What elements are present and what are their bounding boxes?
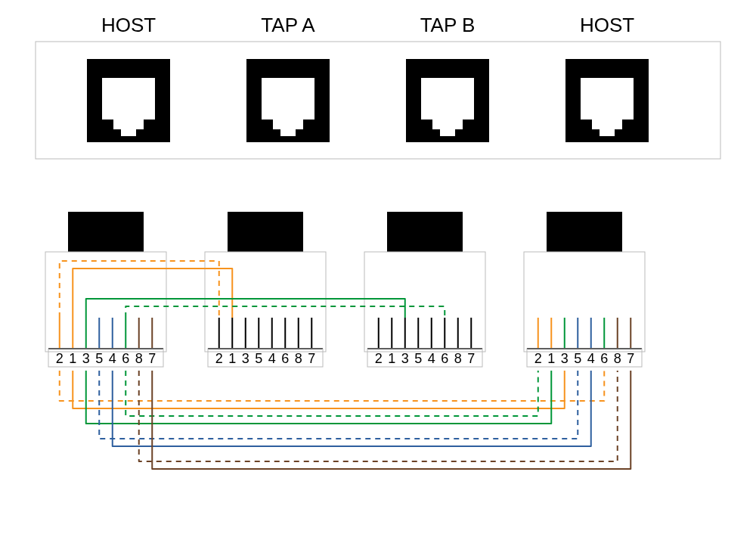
svg-rect-16 bbox=[68, 212, 144, 253]
svg-rect-20 bbox=[228, 212, 303, 253]
pin-label: 2 bbox=[375, 351, 383, 366]
keystone-P1: 21354687 bbox=[45, 212, 166, 367]
pin-label: 4 bbox=[428, 351, 435, 366]
pin-label: 2 bbox=[215, 351, 223, 366]
pin-label: 5 bbox=[95, 351, 103, 366]
wiring-diagram: HOSTTAP ATAP BHOST2135468721354687213546… bbox=[0, 0, 756, 534]
svg-rect-29 bbox=[524, 252, 645, 352]
svg-rect-3 bbox=[121, 127, 136, 136]
pin-label: 8 bbox=[295, 351, 302, 366]
pin-label: 1 bbox=[69, 351, 76, 366]
port-label-P1: HOST bbox=[101, 14, 156, 36]
pin-label: 5 bbox=[414, 351, 422, 366]
svg-rect-13 bbox=[581, 78, 634, 120]
keystone-P3: 21354687 bbox=[364, 212, 485, 367]
keystone-P2: 21354687 bbox=[205, 212, 326, 367]
pin-label: 1 bbox=[388, 351, 395, 366]
wire-P11-P43 bbox=[73, 371, 565, 408]
wire-P17-P47 bbox=[152, 371, 631, 469]
pin-label: 8 bbox=[135, 351, 143, 366]
pin-label: 6 bbox=[122, 351, 129, 366]
svg-rect-11 bbox=[440, 127, 455, 136]
rj45-face-P2 bbox=[246, 59, 330, 142]
pin-label: 7 bbox=[148, 351, 156, 366]
pin-label: 4 bbox=[587, 351, 595, 366]
pin-label: 4 bbox=[268, 351, 276, 366]
pin-label: 5 bbox=[574, 351, 581, 366]
pin-label: 5 bbox=[255, 351, 262, 366]
pin-label: 6 bbox=[441, 351, 448, 366]
port-label-P2: TAP A bbox=[261, 14, 315, 36]
pin-label: 7 bbox=[627, 351, 634, 366]
rj45-face-P4 bbox=[565, 59, 649, 142]
pin-label: 6 bbox=[281, 351, 289, 366]
rj45-face-P1 bbox=[87, 59, 170, 142]
svg-rect-28 bbox=[547, 212, 622, 253]
svg-rect-1 bbox=[102, 78, 155, 120]
svg-rect-21 bbox=[205, 252, 326, 352]
pin-label: 8 bbox=[614, 351, 621, 366]
rj45-face-P3 bbox=[406, 59, 489, 142]
svg-rect-25 bbox=[364, 252, 485, 352]
pin-label: 7 bbox=[308, 351, 315, 366]
pin-label: 2 bbox=[56, 351, 64, 366]
keystone-P4: 21354687 bbox=[524, 212, 645, 367]
svg-rect-9 bbox=[421, 78, 474, 120]
pin-label: 4 bbox=[109, 351, 116, 366]
svg-rect-17 bbox=[45, 252, 166, 352]
pin-label: 2 bbox=[534, 351, 542, 366]
port-label-P3: TAP B bbox=[420, 14, 476, 36]
pin-label: 3 bbox=[82, 351, 90, 366]
pin-label: 3 bbox=[401, 351, 409, 366]
svg-rect-5 bbox=[262, 78, 314, 120]
pin-label: 7 bbox=[467, 351, 475, 366]
wire-P12-P46 bbox=[60, 371, 605, 401]
pin-label: 8 bbox=[454, 351, 462, 366]
svg-rect-24 bbox=[387, 212, 463, 253]
wire-P15-P45 bbox=[99, 371, 578, 439]
svg-rect-7 bbox=[280, 127, 296, 136]
pin-label: 1 bbox=[547, 351, 555, 366]
pin-label: 6 bbox=[600, 351, 608, 366]
port-label-P4: HOST bbox=[580, 14, 634, 36]
svg-rect-15 bbox=[600, 127, 615, 136]
pin-label: 3 bbox=[561, 351, 569, 366]
pin-label: 3 bbox=[242, 351, 249, 366]
pin-label: 1 bbox=[228, 351, 236, 366]
